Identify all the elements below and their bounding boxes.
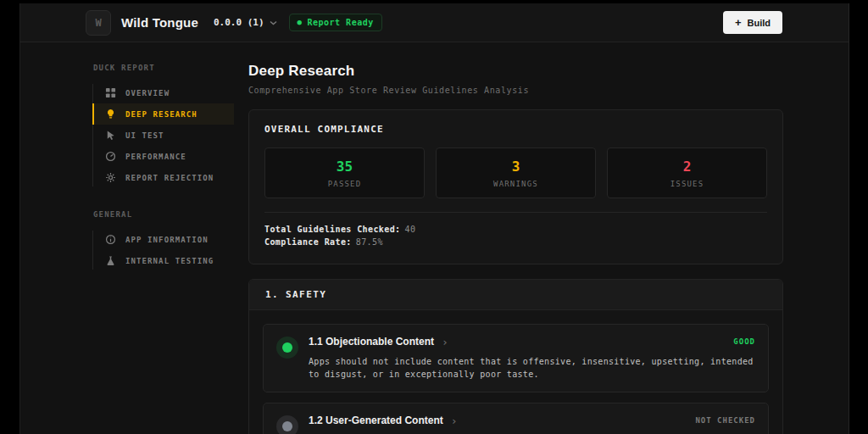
cursor-icon xyxy=(105,130,116,141)
stat-value: 3 xyxy=(512,159,520,175)
safety-section: 1. SAFETY 1.1 Objectionable Content › GO… xyxy=(248,279,783,434)
main-content: Deep Research Comprehensive App Store Re… xyxy=(248,42,783,434)
guideline-title: 1.1 Objectionable Content xyxy=(309,336,434,348)
chevron-down-icon xyxy=(270,20,277,25)
sidebar-section-duck-report: DUCK REPORT OVERVIEW DEEP RESEARCH UI TE… xyxy=(20,64,242,188)
divider xyxy=(264,212,767,213)
gauge-icon xyxy=(105,151,116,162)
top-bar: W Wild Tongue 0.0.0 (1) ● Report Ready +… xyxy=(20,3,849,42)
app-title: Wild Tongue xyxy=(121,15,198,30)
sidebar-item-overview[interactable]: OVERVIEW xyxy=(92,82,234,103)
chevron-right-icon: › xyxy=(451,415,458,426)
info-icon xyxy=(105,234,116,245)
app-window: W Wild Tongue 0.0.0 (1) ● Report Ready +… xyxy=(19,3,849,434)
overall-compliance-card: OVERALL COMPLIANCE 35 PASSED 3 WARNINGS … xyxy=(248,109,783,264)
stat-label: ISSUES xyxy=(670,180,704,188)
safety-section-header: 1. SAFETY xyxy=(249,280,782,310)
guideline-item-objectionable-content[interactable]: 1.1 Objectionable Content › GOOD Apps sh… xyxy=(263,324,769,392)
stat-warnings: 3 WARNINGS xyxy=(436,147,596,198)
sidebar-item-label: PERFORMANCE xyxy=(125,153,186,161)
compliance-rate-line: Compliance Rate:87.5% xyxy=(264,236,767,248)
total-guidelines-line: Total Guidelines Checked:40 xyxy=(264,223,767,236)
stat-issues: 2 ISSUES xyxy=(607,147,767,198)
app-logo: W xyxy=(86,10,111,36)
lightbulb-icon xyxy=(105,108,116,120)
sidebar-item-internal-testing[interactable]: INTERNAL TESTING xyxy=(92,250,234,271)
status-dot-icon: ● xyxy=(298,19,303,26)
page-subtitle: Comprehensive App Store Review Guideline… xyxy=(248,86,783,95)
sidebar-item-deep-research[interactable]: DEEP RESEARCH xyxy=(92,103,234,125)
sidebar-item-label: REPORT REJECTION xyxy=(125,174,214,182)
stat-label: WARNINGS xyxy=(493,180,538,188)
version-dropdown[interactable]: 0.0.0 (1) xyxy=(214,17,277,28)
status-badge: ● Report Ready xyxy=(289,14,382,31)
sidebar-item-label: DEEP RESEARCH xyxy=(125,110,198,119)
logo-glyph: W xyxy=(95,17,101,29)
version-label: 0.0.0 (1) xyxy=(214,17,264,28)
safety-section-body: 1.1 Objectionable Content › GOOD Apps sh… xyxy=(249,310,782,434)
section-label: DUCK REPORT xyxy=(93,64,242,72)
page-title: Deep Research xyxy=(248,63,783,80)
status-indicator-neutral xyxy=(276,415,298,434)
stats-row: 35 PASSED 3 WARNINGS 2 ISSUES xyxy=(264,147,767,198)
stat-label: PASSED xyxy=(328,180,362,188)
grid-icon xyxy=(105,87,116,98)
plus-icon: + xyxy=(735,17,742,28)
sidebar-item-label: OVERVIEW xyxy=(125,89,170,97)
build-button[interactable]: + Build xyxy=(723,11,782,34)
stat-value: 35 xyxy=(337,159,353,175)
sidebar-item-label: APP INFORMATION xyxy=(125,236,209,244)
sidebar-item-report-rejection[interactable]: REPORT REJECTION xyxy=(92,167,234,188)
guideline-title: 1.2 User-Generated Content xyxy=(309,415,443,426)
compliance-totals: Total Guidelines Checked:40 Compliance R… xyxy=(264,223,767,248)
sidebar: DUCK REPORT OVERVIEW DEEP RESEARCH UI TE… xyxy=(20,42,242,434)
section-label: GENERAL xyxy=(93,210,242,219)
build-button-label: Build xyxy=(748,18,771,28)
chevron-right-icon: › xyxy=(442,337,448,348)
stat-value: 2 xyxy=(683,159,692,175)
compliance-card-header: OVERALL COMPLIANCE xyxy=(264,124,767,135)
guideline-item-user-generated-content[interactable]: 1.2 User-Generated Content › NOT CHECKED… xyxy=(263,403,769,434)
guideline-status: NOT CHECKED xyxy=(695,416,755,425)
sidebar-section-general: GENERAL APP INFORMATION INTERNAL TESTING xyxy=(20,210,242,271)
sidebar-item-app-information[interactable]: APP INFORMATION xyxy=(92,229,234,250)
sidebar-item-label: UI TEST xyxy=(125,131,164,140)
stat-passed: 35 PASSED xyxy=(264,147,425,198)
sidebar-item-label: INTERNAL TESTING xyxy=(125,257,214,265)
sidebar-item-performance[interactable]: PERFORMANCE xyxy=(92,146,234,167)
sidebar-item-ui-test[interactable]: UI TEST xyxy=(92,125,234,146)
flask-icon xyxy=(105,255,116,266)
gear-icon xyxy=(105,172,116,183)
guideline-description: Apps should not include content that is … xyxy=(309,355,755,381)
status-indicator-good xyxy=(276,337,298,359)
guideline-status: GOOD xyxy=(733,337,755,346)
status-badge-label: Report Ready xyxy=(307,18,373,27)
